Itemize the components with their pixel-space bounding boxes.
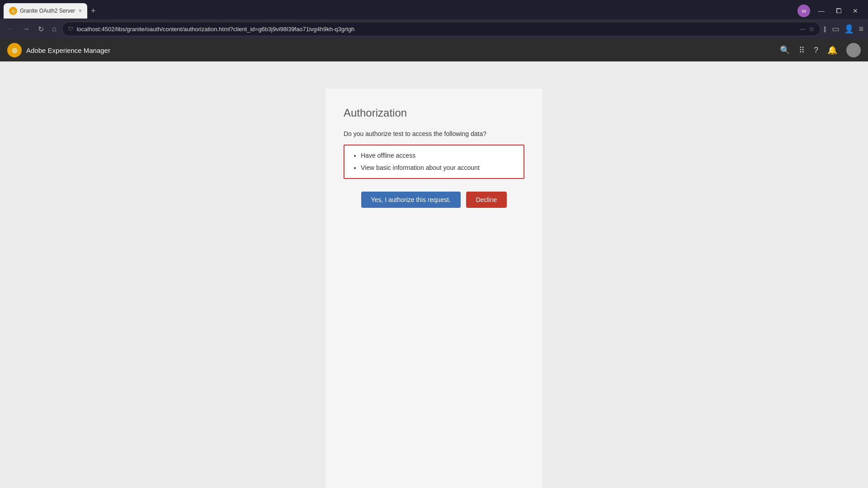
security-shield-icon: 🛡 bbox=[68, 26, 73, 32]
tab-bar: Granite OAuth2 Server × + ∞ — ⧠ ✕ bbox=[0, 0, 868, 19]
search-icon[interactable]: 🔍 bbox=[780, 45, 790, 55]
apps-icon[interactable]: ⠿ bbox=[799, 45, 805, 55]
back-button[interactable]: ← bbox=[5, 23, 17, 35]
user-profile-icon[interactable]: 👤 bbox=[844, 24, 854, 34]
auth-title: Authorization bbox=[344, 107, 524, 119]
help-icon[interactable]: ? bbox=[814, 46, 818, 55]
browser-chrome: Granite OAuth2 Server × + ∞ — ⧠ ✕ ← → ↻ … bbox=[0, 0, 868, 39]
address-menu-button[interactable]: ··· bbox=[800, 25, 806, 33]
minimize-button[interactable]: — bbox=[816, 6, 827, 15]
sidebar-icon[interactable]: ▭ bbox=[832, 24, 840, 34]
forward-button[interactable]: → bbox=[20, 23, 33, 35]
main-content: Authorization Do you authorize test to a… bbox=[0, 61, 868, 488]
permission-basic-info: View basic information about your accoun… bbox=[361, 163, 516, 173]
toolbar-right: ⫿ ▭ 👤 ≡ bbox=[823, 24, 863, 34]
decline-button[interactable]: Decline bbox=[466, 192, 507, 208]
permission-offline-access: Have offline access bbox=[361, 151, 516, 160]
permissions-box: Have offline access View basic informati… bbox=[344, 145, 524, 179]
auth-card: Authorization Do you authorize test to a… bbox=[326, 89, 542, 488]
aem-logo: ◎ bbox=[7, 43, 22, 57]
close-window-button[interactable]: ✕ bbox=[850, 6, 861, 15]
reload-button[interactable]: ↻ bbox=[35, 23, 47, 35]
bell-icon[interactable]: 🔔 bbox=[827, 45, 837, 55]
bookmark-icon[interactable]: ☆ bbox=[809, 25, 815, 33]
aem-header-actions: 🔍 ⠿ ? 🔔 bbox=[780, 43, 861, 57]
tab-close-button[interactable]: × bbox=[79, 8, 82, 14]
window-controls: ∞ — ⧠ ✕ bbox=[797, 5, 864, 17]
address-field[interactable]: 🛡 localhost:4502/libs/granite/oauth/cont… bbox=[62, 22, 821, 36]
active-tab[interactable]: Granite OAuth2 Server × bbox=[4, 3, 87, 19]
authorize-button[interactable]: Yes, I authorize this request. bbox=[361, 192, 461, 208]
menu-icon[interactable]: ≡ bbox=[859, 24, 863, 34]
extension-icon[interactable]: ∞ bbox=[797, 5, 810, 17]
new-tab-button[interactable]: + bbox=[91, 6, 96, 16]
aem-title: Adobe Experience Manager bbox=[26, 47, 110, 54]
user-avatar[interactable] bbox=[846, 43, 861, 57]
address-bar-row: ← → ↻ ⌂ 🛡 localhost:4502/libs/granite/oa… bbox=[0, 19, 868, 39]
permissions-list: Have offline access View basic informati… bbox=[352, 151, 516, 173]
home-button[interactable]: ⌂ bbox=[49, 23, 59, 35]
reading-list-icon[interactable]: ⫿ bbox=[823, 24, 827, 34]
action-buttons: Yes, I authorize this request. Decline bbox=[344, 192, 524, 208]
aem-header: ◎ Adobe Experience Manager 🔍 ⠿ ? 🔔 bbox=[0, 39, 868, 61]
maximize-button[interactable]: ⧠ bbox=[833, 6, 844, 15]
url-text: localhost:4502/libs/granite/oauth/conten… bbox=[77, 26, 797, 33]
tab-title: Granite OAuth2 Server bbox=[20, 8, 75, 14]
auth-question: Do you authorize test to access the foll… bbox=[344, 130, 524, 137]
tab-favicon bbox=[9, 7, 17, 15]
